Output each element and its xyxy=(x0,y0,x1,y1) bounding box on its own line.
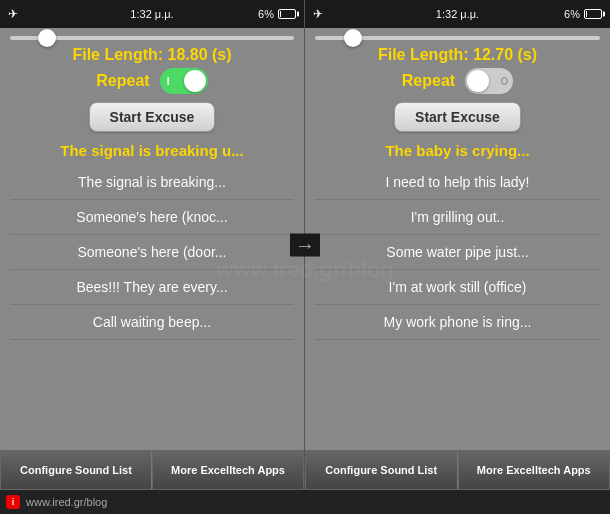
toggle-text-right: O xyxy=(500,76,508,87)
file-length-label-left: File Length: xyxy=(72,46,163,63)
start-excuse-button-right[interactable]: Start Excuse xyxy=(394,102,521,132)
list-item[interactable]: I'm at work still (office) xyxy=(315,270,600,305)
content-area-right: File Length: 12.70 (s) Repeat O Start Ex… xyxy=(305,28,610,450)
battery-icon-left xyxy=(278,9,296,19)
battery-percent-left: 6% xyxy=(258,8,274,20)
file-length-label-right: File Length: xyxy=(378,46,469,63)
slider-thumb-right[interactable] xyxy=(344,29,362,47)
bottom-strip: i www.ired.gr/blog xyxy=(0,490,610,514)
start-button-row-left: Start Excuse xyxy=(10,102,294,132)
bottom-toolbar-right: Configure Sound List More Excelltech App… xyxy=(305,450,610,490)
left-phone-screen: ✈ 1:32 μ.μ. 6% File Length: 18.80 (s) xyxy=(0,0,305,490)
slider-row-right xyxy=(315,36,600,40)
right-phone-screen: ✈ 1:32 μ.μ. 6% File Length: 12.70 (s) xyxy=(305,0,610,490)
list-item[interactable]: My work phone is ring... xyxy=(315,305,600,340)
list-items-left: The signal is breaking... Someone's here… xyxy=(10,165,294,450)
start-button-row-right: Start Excuse xyxy=(315,102,600,132)
file-length-value-left: 18.80 (s) xyxy=(168,46,232,63)
status-right-right: 6% xyxy=(564,8,602,20)
list-item[interactable]: Someone's here (knoc... xyxy=(10,200,294,235)
status-time-right: 1:32 μ.μ. xyxy=(436,8,479,20)
repeat-toggle-left[interactable]: I xyxy=(160,68,208,94)
airplane-icon: ✈ xyxy=(8,7,18,21)
file-length-row-right: File Length: 12.70 (s) xyxy=(315,46,600,64)
toggle-text-left: I xyxy=(167,76,170,87)
bottom-strip-url: www.ired.gr/blog xyxy=(26,496,107,508)
status-time-left: 1:32 μ.μ. xyxy=(130,8,173,20)
slider-thumb-left[interactable] xyxy=(38,29,56,47)
selected-title-left: The signal is breaking u... xyxy=(10,140,294,161)
toggle-thumb-left xyxy=(184,70,206,92)
selected-title-right: The baby is crying... xyxy=(315,140,600,161)
start-excuse-button-left[interactable]: Start Excuse xyxy=(89,102,216,132)
configure-sound-list-button-right[interactable]: Configure Sound List xyxy=(305,450,458,490)
slider-track-left[interactable] xyxy=(10,36,294,40)
list-item[interactable]: I'm grilling out.. xyxy=(315,200,600,235)
file-length-row-left: File Length: 18.80 (s) xyxy=(10,46,294,64)
bottom-toolbar-left: Configure Sound List More Excelltech App… xyxy=(0,450,304,490)
screen-divider-arrow: → xyxy=(290,234,320,257)
repeat-row-right: Repeat O xyxy=(315,68,600,94)
repeat-row-left: Repeat I xyxy=(10,68,294,94)
bottom-strip-icon: i xyxy=(6,495,20,509)
list-item[interactable]: I need to help this lady! xyxy=(315,165,600,200)
repeat-label-left: Repeat xyxy=(96,72,149,90)
list-item[interactable]: The signal is breaking... xyxy=(10,165,294,200)
content-area-left: File Length: 18.80 (s) Repeat I Start Ex… xyxy=(0,28,304,450)
airplane-icon-right: ✈ xyxy=(313,7,323,21)
repeat-toggle-right[interactable]: O xyxy=(465,68,513,94)
file-length-value-right: 12.70 (s) xyxy=(473,46,537,63)
battery-icon-right xyxy=(584,9,602,19)
status-left: ✈ xyxy=(8,7,18,21)
status-bar-right: ✈ 1:32 μ.μ. 6% xyxy=(305,0,610,28)
status-bar-left: ✈ 1:32 μ.μ. 6% xyxy=(0,0,304,28)
configure-sound-list-button-left[interactable]: Configure Sound List xyxy=(0,450,152,490)
status-right-left: 6% xyxy=(258,8,296,20)
status-left-right: ✈ xyxy=(313,7,323,21)
more-apps-button-left[interactable]: More Excelltech Apps xyxy=(152,450,304,490)
list-item[interactable]: Someone's here (door... xyxy=(10,235,294,270)
more-apps-button-right[interactable]: More Excelltech Apps xyxy=(458,450,611,490)
slider-track-right[interactable] xyxy=(315,36,600,40)
repeat-label-right: Repeat xyxy=(402,72,455,90)
toggle-thumb-right xyxy=(467,70,489,92)
battery-percent-right: 6% xyxy=(564,8,580,20)
list-item[interactable]: Some water pipe just... xyxy=(315,235,600,270)
slider-row-left xyxy=(10,36,294,40)
list-item[interactable]: Call waiting beep... xyxy=(10,305,294,340)
list-items-right: I need to help this lady! I'm grilling o… xyxy=(315,165,600,450)
list-item[interactable]: Bees!!! They are every... xyxy=(10,270,294,305)
